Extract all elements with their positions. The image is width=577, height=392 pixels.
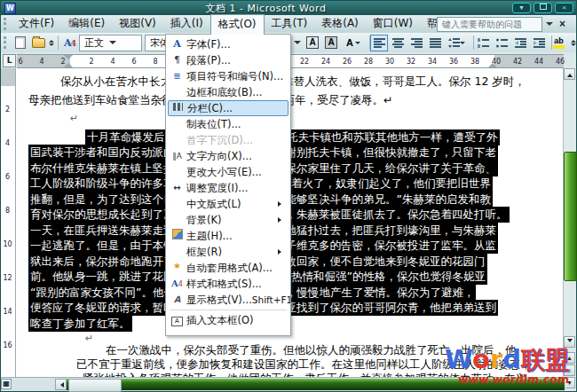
new-document-button[interactable] — [12, 35, 29, 51]
style-value: 正文 — [84, 36, 104, 50]
decrease-indent-icon — [515, 38, 526, 48]
character-shading-button[interactable]: A — [322, 35, 340, 51]
width-icon — [168, 181, 186, 195]
close-button[interactable]: × — [555, 3, 573, 13]
increase-indent-button[interactable] — [530, 35, 548, 51]
ruler-number: 8 — [1, 207, 14, 215]
open-button[interactable] — [29, 35, 47, 51]
distribute-button[interactable] — [426, 35, 444, 51]
scroll-left-button[interactable] — [55, 379, 67, 390]
tab-selector-button[interactable]: L — [3, 54, 16, 67]
bullets-button[interactable] — [493, 35, 510, 51]
format-menu-item[interactable]: 字体(F)... — [168, 36, 288, 52]
format-menu-item[interactable]: 背景(K) — [168, 212, 288, 228]
format-menu-item[interactable]: 插入文本框(O) — [168, 312, 288, 328]
menubar-grip[interactable] — [4, 18, 9, 30]
toolbar-grip[interactable] — [4, 36, 9, 49]
ruler-number: 26 — [342, 58, 352, 66]
submenu-arrow-icon — [278, 201, 284, 207]
format-menu-item[interactable]: 段落(P)... — [168, 52, 288, 68]
menu-bar-item[interactable]: 文件(F) — [12, 14, 61, 32]
style-combobox[interactable]: 正文 — [79, 35, 142, 51]
ruler-number: 30 — [384, 58, 395, 66]
styles-and-formatting-button[interactable]: A4 — [61, 35, 79, 51]
format-menu-item[interactable]: 样式和格式(S)... — [168, 276, 288, 292]
hanging-indent-marker[interactable] — [64, 63, 73, 67]
format-menu-item[interactable]: 框架(R) — [168, 244, 288, 260]
view-mode-button[interactable]: ▭ — [1, 379, 12, 389]
previous-page-button[interactable]: ▲ — [564, 352, 575, 364]
ruler-number: 42 — [512, 58, 523, 66]
format-menu-item[interactable]: 中文版式(L) — [168, 196, 288, 212]
character-scale-button[interactable]: A — [341, 35, 364, 51]
toolbar-overflow-button[interactable] — [569, 35, 577, 51]
format-menu-item[interactable]: 自动套用格式(A)... — [168, 260, 288, 276]
menu-bar-item[interactable]: 表格(A) — [314, 14, 366, 32]
first-line-indent-marker[interactable] — [64, 55, 73, 59]
format-menu-item[interactable]: 项目符号和编号(N)... — [168, 68, 288, 84]
vertical-scrollbar[interactable]: ▲ ○ ▼ — [563, 68, 576, 391]
align-right-button[interactable] — [407, 35, 425, 51]
format-menu-item[interactable]: 首字下沉(D)... — [168, 132, 288, 148]
right-indent-marker[interactable] — [488, 63, 497, 67]
font-size-dropdown[interactable] — [292, 35, 302, 51]
word-app-icon: W — [4, 3, 16, 14]
submenu-arrow-icon — [278, 249, 284, 255]
align-right-icon — [411, 38, 423, 48]
separator — [58, 35, 59, 50]
menu-bar-item[interactable]: 编辑(E) — [61, 14, 112, 32]
help-search-input[interactable]: 键入需要帮助的问题 — [437, 17, 542, 32]
restore-icon — [540, 4, 547, 10]
highlight-icon: ab — [553, 37, 565, 49]
scroll-down-button[interactable] — [564, 336, 575, 348]
font-icon — [168, 37, 186, 51]
menu-bar-item[interactable]: 格式(O) — [210, 14, 265, 35]
format-menu-item[interactable]: 更改大小写(E)... — [168, 164, 288, 180]
horizontal-scroll-thumb[interactable] — [68, 379, 122, 392]
menubar-close-icon[interactable]: × — [554, 16, 571, 32]
window-title: 文档 1 - Microsoft Word — [20, 2, 512, 15]
character-border-icon: A — [306, 36, 318, 49]
format-menu-item[interactable]: 主题(H)... — [168, 228, 288, 244]
minimize-button[interactable]: ▾ — [512, 3, 531, 13]
ruler-number: 46 — [555, 58, 565, 66]
format-menu-item[interactable]: 分栏(C)... — [168, 100, 288, 116]
ruler-number: 12 — [1, 274, 14, 282]
new-document-icon — [15, 36, 26, 49]
line-spacing-button[interactable] — [445, 35, 468, 51]
format-menu-item[interactable]: 制表位(T)... — [168, 116, 288, 132]
menu-bar-item[interactable]: 插入(I) — [163, 14, 210, 32]
highlight-button[interactable]: ab — [551, 35, 566, 51]
align-left-button[interactable] — [370, 35, 388, 51]
align-left-icon — [374, 38, 385, 48]
document-text-line: 喀查丁参加了红军。 — [28, 316, 132, 332]
right-margin-zone — [494, 55, 564, 67]
vertical-scroll-thumb[interactable] — [564, 152, 577, 281]
paragraph-icon — [168, 53, 186, 67]
character-scale-icon: A — [344, 37, 355, 48]
ruler-number: 8 — [150, 58, 161, 66]
decrease-indent-button[interactable] — [511, 35, 529, 51]
horizontal-scroll-track[interactable] — [55, 379, 565, 390]
menu-bar-item[interactable]: 视图(V) — [112, 14, 163, 32]
bottom-bar: ≡▤▣▥▭ — [1, 377, 565, 391]
format-menu-item[interactable]: 边框和底纹(B)... — [168, 84, 288, 100]
word-window: W 文档 1 - Microsoft Word ▾ × 文件(F)编辑(E)视图… — [0, 0, 577, 392]
align-center-button[interactable] — [389, 35, 407, 51]
format-menu-item[interactable]: 显示格式(V)... Shift+F1 — [168, 292, 288, 308]
format-menu-item[interactable]: 文字方向(X)... — [168, 148, 288, 164]
numbering-button[interactable] — [474, 35, 492, 51]
format-menu-item[interactable]: 调整宽度(I)... — [168, 180, 288, 196]
scroll-up-button[interactable] — [564, 68, 575, 80]
menu-bar-item[interactable]: 窗口(W) — [366, 14, 420, 32]
restore-button[interactable] — [534, 3, 552, 13]
character-border-button[interactable]: A — [304, 35, 321, 51]
menu-bar-item[interactable]: 工具(T) — [265, 14, 315, 32]
ruler-number: 38 — [470, 58, 480, 66]
ruler-number: 44 — [534, 58, 544, 66]
ruler-number: 6 — [15, 58, 26, 66]
toolbar-overflow-button[interactable] — [47, 35, 55, 51]
help-dropdown-icon[interactable] — [546, 22, 553, 29]
select-browse-object-button[interactable]: ○ — [564, 365, 575, 376]
chevron-down-icon — [460, 42, 465, 47]
